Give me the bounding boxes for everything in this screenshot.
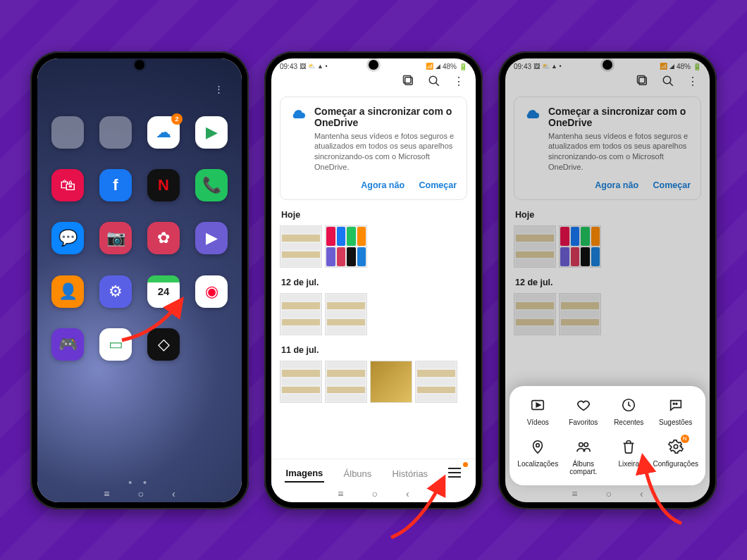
thumbnail-row xyxy=(271,223,476,275)
recents-nav[interactable]: ≡ xyxy=(104,488,109,499)
group-icon xyxy=(574,437,593,456)
phone-3-frame: 09:43 🖼 ⛅ ▲ • 📶 ◢ 48% 🔋 ⋮ Começa xyxy=(498,51,717,509)
page-indicator: • • xyxy=(37,477,242,488)
calendar-app-icon: 24 xyxy=(147,275,180,308)
svg-point-2 xyxy=(429,76,437,84)
tab-menu[interactable] xyxy=(447,465,462,483)
gallery-topbar: ⋮ xyxy=(271,72,476,94)
shared-albums-option[interactable]: Álbuns compart. xyxy=(562,437,605,475)
onedrive-sync-card: Começar a sincronizar com o OneDrive Man… xyxy=(280,97,467,200)
photo-thumbnail[interactable] xyxy=(325,293,367,335)
onedrive-icon xyxy=(290,106,307,123)
recents-option[interactable]: Recentes xyxy=(607,396,650,426)
settings-option-label: Configurações xyxy=(653,460,698,468)
photo-thumbnail[interactable] xyxy=(325,361,367,403)
photo-thumbnail[interactable] xyxy=(415,361,457,403)
photo-thumbnail[interactable] xyxy=(370,361,412,403)
gallery-sections: Hoje12 de jul.11 de jul. xyxy=(271,207,476,410)
pin-icon xyxy=(529,437,547,456)
samsung-folder-icon xyxy=(51,116,84,149)
photo-thumbnail[interactable] xyxy=(280,225,322,268)
svg-line-3 xyxy=(436,82,439,86)
facebook-app-icon: f xyxy=(99,169,132,201)
photo-thumbnail[interactable] xyxy=(280,293,322,335)
svg-marker-9 xyxy=(536,403,541,407)
back-nav[interactable]: ‹ xyxy=(406,488,409,499)
recents-nav[interactable]: ≡ xyxy=(338,488,343,499)
shared-albums-option-label: Álbuns compart. xyxy=(562,460,605,475)
gallery-date-header: Hoje xyxy=(271,207,476,223)
itaucard-app-icon: ◇ xyxy=(147,328,180,361)
phone-3-screen: 09:43 🖼 ⛅ ▲ • 📶 ◢ 48% 🔋 ⋮ Começa xyxy=(505,58,710,502)
onedrive-not-now-button[interactable]: Agora não xyxy=(361,180,405,190)
svg-point-15 xyxy=(584,442,588,447)
svg-point-16 xyxy=(674,444,678,449)
favorites-option-label: Favoritos xyxy=(569,418,598,426)
svg-point-13 xyxy=(536,443,540,447)
photo-thumbnail[interactable] xyxy=(325,225,367,268)
home-nav[interactable]: ○ xyxy=(606,488,612,499)
gallery-app-icon: ✿ xyxy=(147,222,180,254)
messages-app-icon: 💬 xyxy=(51,222,84,254)
game-launcher-app-icon: 🎮 xyxy=(51,328,84,361)
google-folder-icon xyxy=(99,116,132,149)
notification-dot xyxy=(463,462,468,467)
search-icon[interactable] xyxy=(428,75,440,88)
status-time: 09:43 xyxy=(280,63,297,70)
videos-option[interactable]: Vídeos xyxy=(517,396,560,426)
locations-option-label: Localizações xyxy=(517,460,558,468)
phone-1-screen: 09:41 ⛅ ▲ 🔒 🖼 📶 ◢ 48% 🔋 Pesquisar ⋮ Sams… xyxy=(37,58,242,502)
home-nav[interactable]: ○ xyxy=(138,488,144,499)
settings-option[interactable]: NConfigurações xyxy=(653,437,698,475)
phone-2-frame: 09:43 🖼 ⛅ ▲ • 📶 ◢ 48% 🔋 ⋮ Começa xyxy=(264,51,483,509)
camera-punch xyxy=(135,60,144,70)
tab-images[interactable]: Imagens xyxy=(285,465,325,483)
battery-icon: 🔋 xyxy=(459,63,467,70)
onedrive-card-text: Mantenha seus vídeos e fotos seguros e a… xyxy=(314,131,457,173)
new-badge: N xyxy=(681,435,689,443)
recents-nav[interactable]: ≡ xyxy=(572,488,577,499)
recents-option-label: Recentes xyxy=(614,418,643,426)
onedrive-card-title: Começar a sincronizar com o OneDrive xyxy=(314,106,457,128)
status-icons-right: 📶 ◢ xyxy=(426,63,440,70)
gallery-date-header: 11 de jul. xyxy=(271,342,476,358)
onedrive-app-icon: ☁2 xyxy=(147,116,180,149)
google-tv-app-icon: ▭ xyxy=(99,328,132,361)
more-icon[interactable]: ⋮ xyxy=(214,84,223,94)
favorites-option[interactable]: Favoritos xyxy=(562,396,605,426)
trash-option[interactable]: Lixeira xyxy=(607,437,650,475)
android-nav-bar: ≡ ○ ‹ xyxy=(271,488,476,499)
battery-text: 48% xyxy=(443,63,457,70)
back-nav[interactable]: ‹ xyxy=(172,488,175,499)
trash-option-label: Lixeira xyxy=(619,460,639,468)
videos-option-label: Vídeos xyxy=(527,418,549,426)
galaxy-store-app-icon: 🛍 xyxy=(51,169,84,201)
locations-option[interactable]: Localizações xyxy=(517,437,560,475)
gallery-date-header: 12 de jul. xyxy=(271,275,476,290)
clock-app-icon: ▶ xyxy=(195,222,228,254)
more-icon[interactable]: ⋮ xyxy=(453,75,464,88)
trash-icon xyxy=(619,437,638,456)
clock-icon xyxy=(619,396,638,414)
bottom-sheet: VídeosFavoritosRecentesSugestõesLocaliza… xyxy=(510,386,705,485)
settings-app-icon: ⚙ xyxy=(99,275,132,308)
gallery-bottom-tabs: Imagens Álbuns Histórias xyxy=(271,459,476,488)
phone-2-screen: 09:43 🖼 ⛅ ▲ • 📶 ◢ 48% 🔋 ⋮ Começa xyxy=(271,58,476,502)
tab-stories[interactable]: Histórias xyxy=(391,466,430,482)
camera-punch xyxy=(369,60,378,70)
chat-icon xyxy=(667,396,685,414)
phone-1-frame: 09:41 ⛅ ▲ 🔒 🖼 📶 ◢ 48% 🔋 Pesquisar ⋮ Sams… xyxy=(30,51,249,509)
back-nav[interactable]: ‹ xyxy=(640,488,643,499)
select-icon[interactable] xyxy=(402,75,415,88)
thumbnail-row xyxy=(271,358,476,410)
heart-icon xyxy=(574,396,593,414)
android-nav-bar: ≡ ○ ‹ xyxy=(505,488,710,499)
photo-thumbnail[interactable] xyxy=(280,361,322,403)
home-nav[interactable]: ○ xyxy=(372,488,378,499)
gear-icon: N xyxy=(667,437,685,456)
tab-albums[interactable]: Álbuns xyxy=(342,466,374,482)
onedrive-start-button[interactable]: Começar xyxy=(419,180,457,190)
thumbnail-row xyxy=(271,290,476,342)
suggestions-option[interactable]: Sugestões xyxy=(653,396,698,426)
svg-point-14 xyxy=(579,442,583,447)
